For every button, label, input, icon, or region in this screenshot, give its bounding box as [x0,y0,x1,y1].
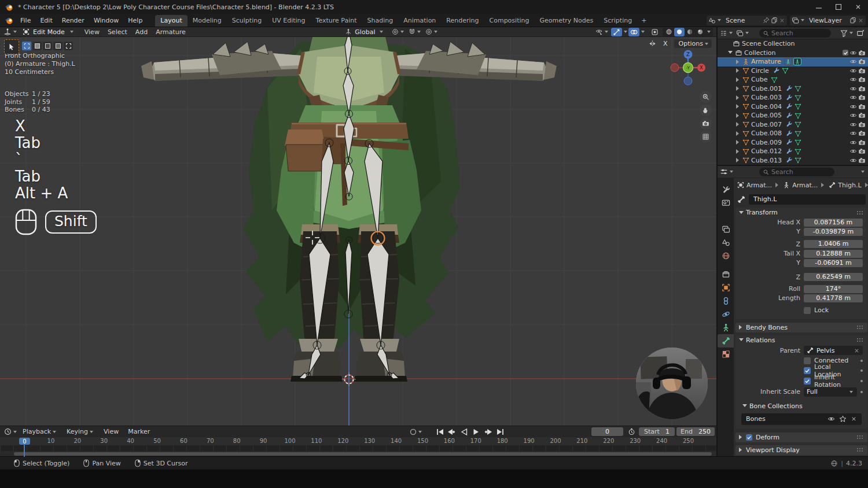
unlink-scene-icon[interactable] [779,17,785,24]
transform-panel-header[interactable]: Transform [735,208,867,217]
view-layer-name[interactable]: ViewLayer [806,17,848,24]
proportional-edit-toggle[interactable] [424,28,440,36]
show-gizmo-dropdown[interactable] [594,28,611,36]
modifier-wrench-icon[interactable] [786,121,793,128]
parent-field[interactable]: Pelvis [804,346,863,355]
disable-render-icon[interactable] [858,103,866,110]
view-layer-selector[interactable]: ViewLayer [790,16,866,25]
timeline-editor[interactable]: Playback Keying View Marker [0,426,716,456]
disable-render-icon[interactable] [858,94,866,101]
properties-tab[interactable] [718,236,734,249]
field-value[interactable]: 0.087156 m [804,219,863,227]
drag-grip-icon[interactable] [856,435,864,439]
properties-editor-icon[interactable] [720,168,728,176]
expand-chevron-icon[interactable] [736,95,741,100]
pin-icon[interactable] [763,17,770,24]
shading-material-button[interactable] [685,28,695,36]
hide-viewport-icon[interactable] [849,49,857,57]
outliner-object-row[interactable]: Cube.004 [718,102,868,112]
properties-tab[interactable] [718,334,734,347]
previous-keyframe-button[interactable] [446,427,458,437]
expand-chevron-icon[interactable] [736,60,741,64]
bendy-bones-panel-header[interactable]: Bendy Bones [735,323,867,332]
add-workspace-button[interactable]: + [637,16,650,25]
field-value[interactable]: 0.12888 m [804,250,863,258]
bone-collection-row[interactable]: Bones [741,413,862,425]
hide-viewport-icon[interactable] [849,121,857,128]
mesh-data-icon[interactable] [795,85,801,92]
playhead-marker[interactable]: 0 [19,438,30,445]
pivot-point-dropdown[interactable] [390,28,407,36]
collection-checkbox[interactable] [843,50,848,56]
field-value[interactable]: -0.06091 m [804,259,863,267]
select-mode-subtract-button[interactable] [43,42,52,50]
viewport-menu-item[interactable]: Select [104,28,131,36]
hide-viewport-icon[interactable] [849,103,857,110]
outliner-object-row[interactable]: Cube.007 [718,120,868,130]
gizmos-toggle[interactable] [611,28,622,36]
zoom-button[interactable] [700,91,712,103]
disable-render-icon[interactable] [858,139,866,146]
outliner-object-row[interactable]: Circle [718,66,868,76]
collection-visible-icon[interactable] [827,415,835,423]
mesh-data-icon[interactable] [795,103,801,110]
select-mode-invert-button[interactable] [53,42,62,50]
hide-viewport-icon[interactable] [849,76,857,83]
disable-render-icon[interactable] [858,67,866,75]
viewport-menu-item[interactable]: Armature [152,28,190,36]
modifier-wrench-icon[interactable] [786,148,793,155]
properties-search-input[interactable] [769,168,818,176]
drag-grip-icon[interactable] [856,338,864,342]
shading-rendered-button[interactable] [695,28,705,36]
editor-type-icon[interactable] [3,28,12,36]
outliner-object-row[interactable]: Cube.005 [718,111,868,120]
scene-collection-row[interactable]: Scene Collection [718,39,868,49]
relations-panel-header[interactable]: Relations [735,335,867,345]
pose-badge-icon[interactable] [784,58,792,65]
object-name[interactable]: Cube.005 [751,112,782,119]
mesh-data-icon[interactable] [795,148,801,155]
expand-chevron-icon[interactable] [736,113,741,118]
camera-view-button[interactable] [700,117,712,130]
breadcrumb-item[interactable]: Armat... [737,182,781,189]
hide-viewport-icon[interactable] [849,112,857,119]
workspace-tab[interactable]: Animation [398,15,441,27]
new-collection-icon[interactable] [856,29,865,37]
expand-chevron-icon[interactable] [736,158,741,162]
disable-render-icon[interactable] [858,157,866,164]
properties-tab[interactable] [718,223,734,236]
disable-render-icon[interactable] [858,58,866,65]
play-reverse-button[interactable] [458,427,470,437]
hide-viewport-icon[interactable] [849,67,857,75]
deform-checkbox[interactable] [746,434,752,441]
properties-tab[interactable] [718,183,734,196]
timeline-menu-item[interactable]: Playback [18,426,62,437]
mesh-data-icon[interactable] [795,121,801,128]
workspace-tab[interactable]: UV Editing [267,15,310,27]
mesh-data-icon[interactable] [795,130,801,137]
object-name[interactable]: Armature [751,58,781,65]
collapse-icon[interactable] [728,51,733,56]
animate-dot[interactable] [860,360,863,362]
modifier-wrench-icon[interactable] [773,67,780,74]
drag-grip-icon[interactable] [856,325,864,330]
active-tool-button[interactable] [4,39,19,54]
expand-chevron-icon[interactable] [736,77,741,82]
modifier-wrench-icon[interactable] [786,103,793,110]
stopwatch-icon[interactable] [628,428,635,435]
animate-dot[interactable] [860,380,863,382]
viewport-canvas[interactable]: X Options Front Orthographic (0) Armatur… [0,37,716,426]
properties-tab[interactable] [718,347,734,361]
object-name[interactable]: Cube.004 [751,103,782,110]
hide-viewport-icon[interactable] [849,85,857,93]
mesh-data-icon[interactable] [795,94,801,101]
field-value[interactable]: 0.41778 m [804,294,863,302]
scene-name[interactable]: Scene [722,17,763,24]
bone-collections-subpanel-header[interactable]: Bone Collections [735,401,867,411]
mirror-x-button[interactable]: X [660,39,671,48]
blender-menu-icon[interactable] [5,16,13,25]
disable-render-icon[interactable] [858,130,866,137]
modifier-wrench-icon[interactable] [786,139,793,146]
modifier-wrench-icon[interactable] [786,157,793,164]
object-name[interactable]: Cube [751,76,767,83]
